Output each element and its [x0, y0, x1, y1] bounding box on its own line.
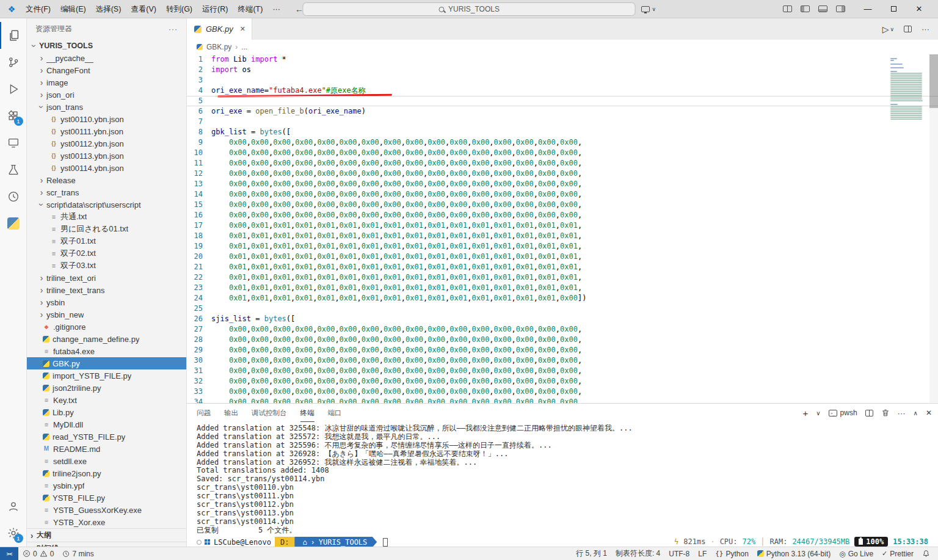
testing-icon[interactable] — [0, 156, 27, 183]
folder-__pycache__[interactable]: ›__pycache__ — [27, 52, 186, 64]
file-YSTB_GuessXorKey.exe[interactable]: ≡YSTB_GuessXorKey.exe — [27, 504, 186, 516]
file-yst00111.ybn.json[interactable]: {}yst00111.ybn.json — [27, 125, 186, 137]
minimap[interactable] — [890, 58, 927, 120]
run-python-file-button[interactable]: ▷∨ — [882, 24, 894, 34]
code-line-5[interactable]: 5 — [187, 96, 938, 106]
python-interpreter[interactable]: Python 3.13 (64-bit) — [753, 547, 835, 560]
file-Key.txt[interactable]: ≡Key.txt — [27, 394, 186, 406]
menu-item[interactable]: 文件(F) — [21, 0, 56, 18]
code-line-11[interactable]: 11 0x00,0x00,0x00,0x00,0x00,0x00,0x00,0x… — [187, 158, 938, 169]
remote-explorer-icon[interactable] — [0, 129, 27, 156]
folder-ChangeFont[interactable]: ›ChangeFont — [27, 64, 186, 76]
code-line-25[interactable]: 25 — [187, 304, 938, 314]
tab-gbk-py[interactable]: GBK.py ✕ — [187, 18, 252, 40]
remote-window-button[interactable]: ∨ — [641, 6, 656, 12]
encoding-status[interactable]: UTF-8 — [664, 547, 694, 560]
breadcrumb-symbol[interactable]: ... — [241, 43, 247, 51]
terminal-tab-pwsh[interactable]: >_ pwsh — [829, 409, 857, 417]
account-icon[interactable] — [0, 493, 27, 520]
file-Lib.py[interactable]: Lib.py — [27, 406, 186, 418]
code-line-1[interactable]: 1from Lib import * — [187, 54, 938, 65]
remote-indicator[interactable]: >< — [0, 547, 18, 560]
editor-layout-icon[interactable] — [783, 5, 792, 12]
code-line-26[interactable]: 26sjis_list = bytes([ — [187, 314, 938, 324]
code-line-4[interactable]: 4ori_exe_name="futaba4.exe"#原exe名称 — [187, 85, 938, 96]
menu-item[interactable]: ··· — [267, 0, 285, 18]
timer-status[interactable]: 7 mins — [58, 547, 98, 560]
toggle-panel-icon[interactable] — [818, 5, 827, 12]
code-line-10[interactable]: 10 0x00,0x00,0x00,0x00,0x00,0x00,0x00,0x… — [187, 148, 938, 158]
file-yst00113.ybn.json[interactable]: {}yst00113.ybn.json — [27, 150, 186, 162]
new-terminal-icon[interactable]: + — [803, 408, 809, 418]
file-GBK.py[interactable]: GBK.py — [27, 357, 186, 369]
file-triline2json.py[interactable]: triline2json.py — [27, 467, 186, 479]
folder-scr_trans[interactable]: ›scr_trans — [27, 186, 186, 198]
code-line-20[interactable]: 20 0x01,0x01,0x01,0x01,0x01,0x01,0x01,0x… — [187, 252, 938, 262]
notifications-bell-icon[interactable] — [918, 547, 934, 560]
panel-more-actions-icon[interactable]: ··· — [898, 409, 906, 418]
file-YSTB_FILE.py[interactable]: YSTB_FILE.py — [27, 492, 186, 504]
file-双子03.txt[interactable]: ≡双子03.txt — [27, 260, 186, 272]
file-README.md[interactable]: MREADME.md — [27, 443, 186, 455]
explorer-more-actions-icon[interactable]: ··· — [169, 25, 178, 34]
code-line-29[interactable]: 29 0x00,0x00,0x00,0x00,0x00,0x00,0x00,0x… — [187, 345, 938, 355]
extensions-icon[interactable]: 1 — [0, 103, 27, 129]
folder-YURIS_TOOLS[interactable]: ›YURIS_TOOLS — [27, 40, 186, 52]
source-control-icon[interactable] — [0, 49, 27, 76]
code-line-31[interactable]: 31 0x00,0x00,0x00,0x00,0x00,0x00,0x00,0x… — [187, 366, 938, 376]
code-line-28[interactable]: 28 0x00,0x00,0x00,0x00,0x00,0x00,0x00,0x… — [187, 335, 938, 345]
code-line-17[interactable]: 17 0x00,0x01,0x01,0x01,0x01,0x01,0x01,0x… — [187, 220, 938, 231]
code-line-32[interactable]: 32 0x00,0x00,0x00,0x00,0x00,0x00,0x00,0x… — [187, 376, 938, 387]
code-line-33[interactable]: 33 0x00,0x00,0x00,0x00,0x00,0x00,0x00,0x… — [187, 387, 938, 397]
code-line-34[interactable]: 34 0x00,0x00,0x00,0x00,0x00,0x00,0x00,0x… — [187, 397, 938, 403]
cursor-position[interactable]: 行 5, 列 1 — [572, 547, 611, 560]
split-editor-icon[interactable] — [904, 26, 912, 32]
split-terminal-icon[interactable] — [865, 410, 873, 416]
code-line-3[interactable]: 3 — [187, 75, 938, 85]
command-center-search[interactable]: YURIS_TOOLS — [303, 2, 636, 16]
code-line-18[interactable]: 18 0x01,0x01,0x01,0x01,0x01,0x01,0x01,0x… — [187, 231, 938, 241]
code-line-9[interactable]: 9 0x00,0x00,0x00,0x00,0x00,0x00,0x00,0x0… — [187, 137, 938, 148]
breadcrumb-file[interactable]: GBK.py — [206, 43, 231, 51]
panel-tab-输出[interactable]: 输出 — [224, 404, 238, 422]
python-extension-icon[interactable] — [0, 210, 27, 237]
folder-json_trans[interactable]: ›json_trans — [27, 101, 186, 113]
problems-status[interactable]: 0 0 — [18, 547, 58, 560]
file-yst00112.ybn.json[interactable]: {}yst00112.ybn.json — [27, 137, 186, 150]
eol-status[interactable]: LF — [694, 547, 711, 560]
file-.gitignore[interactable]: ◆.gitignore — [27, 321, 186, 333]
code-line-30[interactable]: 30 0x00,0x00,0x00,0x00,0x00,0x00,0x00,0x… — [187, 355, 938, 366]
code-line-27[interactable]: 27 0x00,0x00,0x00,0x00,0x00,0x00,0x00,0x… — [187, 324, 938, 335]
toggle-sidebar-icon[interactable] — [801, 5, 810, 12]
file-男に回される01.txt[interactable]: ≡男に回される01.txt — [27, 223, 186, 235]
panel-tab-问题[interactable]: 问题 — [197, 404, 211, 422]
menu-item[interactable]: 编辑(E) — [56, 0, 91, 18]
file-json2triline.py[interactable]: json2triline.py — [27, 382, 186, 394]
settings-gear-icon[interactable]: 1 — [0, 520, 27, 547]
file-yst00114.ybn.json[interactable]: {}yst00114.ybn.json — [27, 162, 186, 174]
file-共通.txt[interactable]: ≡共通.txt — [27, 211, 186, 223]
folder-script\data\script\userscript[interactable]: ›script\data\script\userscript — [27, 198, 186, 211]
code-line-12[interactable]: 12 0x00,0x00,0x00,0x00,0x00,0x00,0x00,0x… — [187, 169, 938, 179]
maximize-button[interactable] — [881, 0, 906, 18]
editor-scrollbar-thumb[interactable] — [929, 54, 938, 108]
folder-Release[interactable]: ›Release — [27, 174, 186, 186]
editor-scrollbar[interactable] — [929, 54, 938, 403]
file-ysbin.ypf[interactable]: ≡ysbin.ypf — [27, 479, 186, 492]
code-line-14[interactable]: 14 0x00,0x00,0x00,0x00,0x00,0x00,0x00,0x… — [187, 189, 938, 200]
tab-close-icon[interactable]: ✕ — [240, 25, 245, 33]
code-line-13[interactable]: 13 0x00,0x00,0x00,0x00,0x00,0x00,0x00,0x… — [187, 179, 938, 189]
folder-ysbin_new[interactable]: ›ysbin_new — [27, 308, 186, 321]
code-line-8[interactable]: 8gbk_list = bytes([ — [187, 127, 938, 137]
file-futaba4.exe[interactable]: ≡futaba4.exe — [27, 345, 186, 357]
go-live-button[interactable]: ◎ Go Live — [835, 547, 878, 560]
code-line-19[interactable]: 19 0x01,0x01,0x01,0x01,0x01,0x01,0x01,0x… — [187, 241, 938, 252]
maximize-panel-icon[interactable]: ∧ — [914, 410, 918, 416]
section-时间线[interactable]: ›时间线 — [27, 542, 186, 547]
editor-more-actions-icon[interactable]: ··· — [922, 24, 929, 34]
terminal-profile-dropdown-icon[interactable]: ∨ — [816, 410, 820, 416]
folder-image[interactable]: ›image — [27, 76, 186, 89]
file-双子01.txt[interactable]: ≡双子01.txt — [27, 235, 186, 247]
code-line-22[interactable]: 22 0x01,0x01,0x01,0x01,0x01,0x01,0x01,0x… — [187, 272, 938, 283]
explorer-icon[interactable] — [0, 22, 27, 49]
